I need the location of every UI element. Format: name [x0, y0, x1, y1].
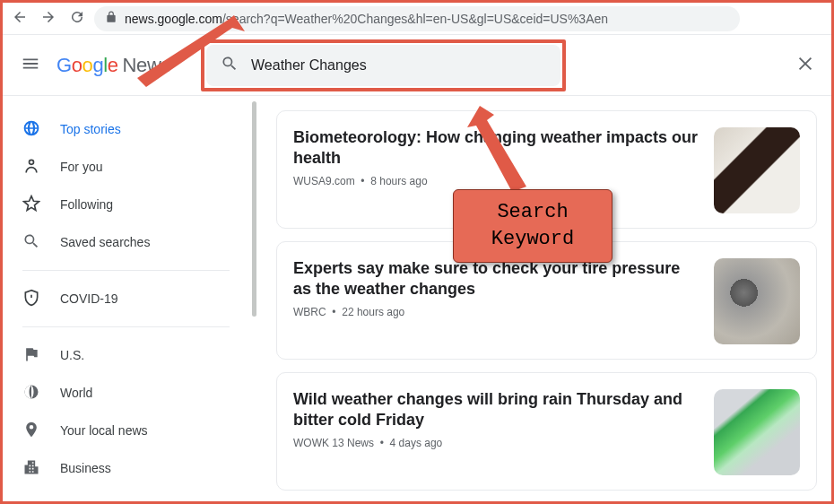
- reload-icon[interactable]: [69, 9, 85, 28]
- sidebar-item-saved-searches[interactable]: Saved searches: [3, 223, 249, 261]
- sidebar-item-top-stories[interactable]: Top stories: [3, 110, 249, 148]
- forward-icon[interactable]: [40, 9, 56, 28]
- sidebar-item-business[interactable]: Business: [3, 449, 249, 487]
- result-thumbnail: [714, 258, 800, 344]
- sidebar-item-u-s-[interactable]: U.S.: [3, 336, 249, 374]
- business-icon: [22, 458, 40, 479]
- sidebar-item-label: U.S.: [60, 348, 84, 362]
- sidebar-item-covid-19[interactable]: COVID-19: [3, 280, 249, 317]
- search-icon: [22, 232, 40, 253]
- result-thumbnail: [714, 389, 800, 475]
- address-bar[interactable]: news.google.com/search?q=Weather%20Chang…: [94, 6, 740, 31]
- svg-point-0: [30, 160, 34, 164]
- sidebar-item-label: Your local news: [60, 423, 148, 438]
- person-icon: [22, 157, 40, 178]
- sidebar-item-label: For you: [60, 160, 102, 174]
- lock-icon: [105, 11, 117, 26]
- sidebar-item-your-local-news[interactable]: Your local news: [3, 412, 249, 449]
- result-title: Biometeorology: How changing weather imp…: [293, 127, 699, 169]
- result-thumbnail: [714, 127, 800, 213]
- star-icon: [22, 195, 40, 215]
- sidebar-item-label: COVID-19: [60, 291, 118, 306]
- annotation-line: Keyword: [454, 226, 612, 253]
- sidebar-item-label: World: [60, 386, 92, 400]
- sidebar-divider: [22, 326, 230, 327]
- result-title: Experts say make sure to check your tire…: [293, 258, 699, 300]
- back-icon[interactable]: [12, 9, 28, 28]
- result-card[interactable]: Wild weather changes will bring rain Thu…: [276, 372, 817, 491]
- globe-icon: [22, 119, 40, 140]
- result-meta: WBRC • 22 hours ago: [293, 306, 699, 318]
- sidebar-item-label: Top stories: [60, 122, 121, 136]
- pin-icon: [22, 421, 40, 441]
- results-list: Biometeorology: How changing weather imp…: [249, 96, 831, 501]
- sidebar-item-label: Business: [60, 461, 111, 475]
- url-text: news.google.com/search?q=Weather%20Chang…: [125, 12, 608, 26]
- sidebar-divider: [22, 270, 230, 271]
- world-icon: [22, 383, 40, 404]
- browser-toolbar: news.google.com/search?q=Weather%20Chang…: [3, 3, 831, 35]
- app-header: Google News: [3, 35, 831, 96]
- search-icon: [221, 55, 239, 76]
- result-meta: WOWK 13 News • 4 days ago: [293, 437, 699, 449]
- google-news-logo[interactable]: Google News: [56, 54, 170, 77]
- result-meta: WUSA9.com • 8 hours ago: [293, 175, 699, 187]
- annotation-line: Search: [454, 199, 612, 226]
- shield-icon: [22, 289, 40, 309]
- sidebar: Top storiesFor youFollowingSaved searche…: [3, 96, 249, 501]
- sidebar-item-label: Following: [60, 197, 113, 212]
- main-area: Top storiesFor youFollowingSaved searche…: [3, 96, 831, 501]
- search-input[interactable]: [251, 57, 546, 74]
- result-title: Wild weather changes will bring rain Thu…: [293, 389, 699, 431]
- sidebar-item-label: Saved searches: [60, 235, 150, 249]
- menu-icon[interactable]: [21, 54, 40, 77]
- sidebar-item-for-you[interactable]: For you: [3, 148, 249, 186]
- scrollbar[interactable]: [252, 101, 256, 317]
- clear-search-icon[interactable]: [795, 54, 815, 77]
- flag-icon: [22, 345, 40, 366]
- search-box[interactable]: [206, 45, 560, 86]
- sidebar-item-world[interactable]: World: [3, 374, 249, 412]
- sidebar-item-following[interactable]: Following: [3, 186, 249, 223]
- annotation-callout: Search Keyword: [453, 189, 612, 263]
